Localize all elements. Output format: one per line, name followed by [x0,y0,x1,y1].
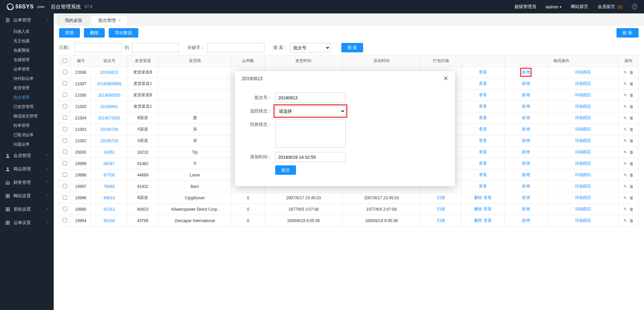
sidebar-item-0-7[interactable]: 批次管理 [0,93,54,102]
add-tracking-link[interactable]: 新增 [522,184,530,189]
refresh-button[interactable]: 刷 新 [616,28,639,38]
help-button[interactable]: ? [632,4,637,9]
add-tracking-link[interactable]: 新增 [522,218,530,223]
delete-icon[interactable]: 🗑 [628,207,635,212]
view-link[interactable]: 查看 [479,172,487,177]
detail-tracking-link[interactable]: 详细跟踪 [575,161,591,166]
view-link[interactable]: 查看 [479,93,487,97]
row-checkbox[interactable] [63,184,67,188]
batch-link[interactable]: 69019 [104,196,115,200]
sidebar-item-0-6[interactable]: 发货管理 [0,83,54,93]
edit-icon[interactable]: ✎ [622,127,628,132]
edit-icon[interactable]: ✎ [622,173,628,177]
edit-icon[interactable]: ✎ [622,116,628,120]
search-field-select[interactable]: 批次号 [290,43,331,52]
sidebar-item-0-5[interactable]: 待付款运单 [0,74,54,83]
edit-icon[interactable]: ✎ [622,218,628,223]
header-user[interactable]: iadmin ▾ [546,4,561,9]
delete-icon[interactable]: 🗑 [628,82,635,86]
row-checkbox[interactable] [63,218,67,222]
view-link[interactable]: 查看 [479,115,487,120]
add-tracking-link[interactable]: 新增 [522,115,530,120]
sidebar-group-0[interactable]: 运单管理˄ [0,13,54,27]
select-all-checkbox[interactable] [63,58,67,63]
edit-icon[interactable]: ✎ [622,104,628,109]
detail-tracking-link[interactable]: 详细跟踪 [575,93,591,97]
row-checkbox[interactable] [63,172,67,177]
add-tracking-link[interactable]: 新增 [522,70,530,74]
sidebar-group-3[interactable]: 财务管理˅ [0,176,54,189]
view-link[interactable]: 查看 [479,81,487,86]
batch-link[interactable]: 2019073001 [98,116,120,120]
add-tracking-link[interactable]: 新增 [522,172,530,177]
export-button[interactable]: 导出数据 [109,28,138,38]
view-link[interactable]: 查看 [479,161,487,166]
scan-link[interactable]: 扫描 [437,218,445,223]
keyword-input[interactable] [207,43,264,52]
batch-link[interactable]: 20190805855 [97,82,121,86]
row-checkbox[interactable] [63,207,67,211]
scan-delete-link[interactable]: 删除 [474,207,482,211]
delete-icon[interactable]: 🗑 [628,116,635,120]
row-checkbox[interactable] [63,138,67,143]
sidebar-group-6[interactable]: 运单设置˅ [0,216,54,229]
row-checkbox[interactable] [63,104,67,108]
site-message-link[interactable]: 网站留言 [571,4,588,10]
detail-tracking-link[interactable]: 详细跟踪 [575,115,591,120]
add-tracking-link[interactable]: 新增 [522,161,530,166]
add-tracking-link[interactable]: 新增 [522,81,530,86]
batch-link[interactable]: 20190730 [100,127,118,132]
view-link[interactable]: 查看 [479,70,487,74]
delete-icon[interactable]: 🗑 [628,173,635,177]
edit-icon[interactable]: ✎ [622,184,628,189]
delete-icon[interactable]: 🗑 [628,93,635,98]
tracking-status-select[interactable]: 请选择 [275,106,346,116]
edit-icon[interactable]: ✎ [622,150,628,155]
batch-link[interactable]: 41951 [104,150,115,155]
sidebar-item-0-2[interactable]: 包裹预报 [0,46,54,55]
batch-link[interactable]: 62312 [104,207,115,212]
row-checkbox[interactable] [63,195,67,200]
batch-link[interactable]: 20190801 [100,104,118,109]
edit-icon[interactable]: ✎ [622,196,628,200]
edit-icon[interactable]: ✎ [622,82,628,86]
row-checkbox[interactable] [63,81,67,86]
delete-icon[interactable]: 🗑 [628,127,635,132]
edit-icon[interactable]: ✎ [622,207,628,212]
batch-link[interactable]: 2019080555 [98,93,120,98]
add-tracking-link[interactable]: 新增 [522,127,530,132]
delete-icon[interactable]: 🗑 [628,70,635,75]
batch-link[interactable]: 76065 [104,184,115,189]
detail-tracking-link[interactable]: 详细跟踪 [575,81,591,86]
tab-0[interactable]: 我的桌面 [58,15,89,25]
delete-button[interactable]: 删除 [84,28,105,38]
delete-icon[interactable]: 🗑 [628,104,635,109]
batch-link[interactable]: 85248 [104,218,115,223]
edit-icon[interactable]: ✎ [622,93,628,98]
view-link[interactable]: 查看 [479,184,487,189]
scan-delete-link[interactable]: 删除 [474,195,482,200]
view-link[interactable]: 查看 [484,218,492,223]
delete-icon[interactable]: 🗑 [628,218,635,223]
tab-close-icon[interactable]: × [118,18,121,23]
sidebar-group-2[interactable]: 商品管理˅ [0,162,54,176]
scan-link[interactable]: 扫描 [437,195,445,200]
view-link[interactable]: 查看 [479,127,487,132]
row-checkbox[interactable] [63,115,67,120]
detail-tracking-link[interactable]: 详细跟踪 [575,184,591,189]
dialog-close-button[interactable]: ✕ [443,75,448,82]
add-tracking-link[interactable]: 新增 [522,195,530,200]
edit-icon[interactable]: ✎ [622,70,628,75]
sidebar-item-0-11[interactable]: 已取消运单 [0,130,54,140]
detail-tracking-link[interactable]: 详细跟踪 [575,104,591,109]
delete-icon[interactable]: 🗑 [628,196,635,200]
detail-tracking-link[interactable]: 详细跟踪 [575,150,591,154]
batch-link[interactable]: 20190813 [100,70,118,75]
add-time-input[interactable] [275,152,346,162]
detail-tracking-link[interactable]: 详细跟踪 [575,218,591,223]
sidebar-group-5[interactable]: 系统设置˅ [0,203,54,216]
add-tracking-link[interactable]: 新增 [522,93,530,97]
detail-tracking-link[interactable]: 详细跟踪 [575,195,591,200]
detail-tracking-link[interactable]: 详细跟踪 [575,172,591,177]
delete-icon[interactable]: 🗑 [628,184,635,189]
